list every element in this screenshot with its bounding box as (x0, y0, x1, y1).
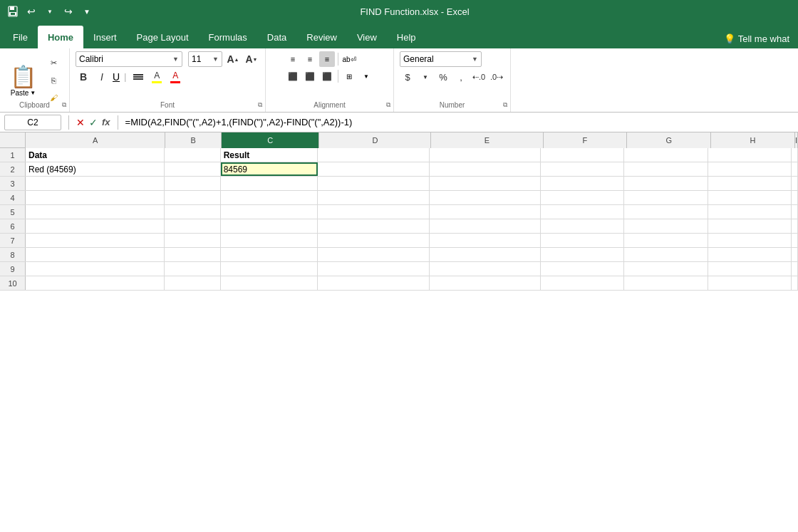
row-number[interactable]: 8 (0, 248, 26, 261)
cell[interactable] (792, 219, 798, 233)
cell[interactable] (624, 148, 708, 162)
tab-data[interactable]: Data (257, 26, 296, 48)
cell[interactable] (430, 248, 541, 261)
cell[interactable] (26, 191, 165, 204)
insert-function-icon[interactable]: fx (102, 117, 110, 127)
decrease-decimal-button[interactable]: .0⇢ (489, 69, 504, 85)
save-icon[interactable] (6, 4, 20, 19)
cell[interactable] (541, 162, 624, 176)
cell[interactable] (430, 177, 541, 190)
cell[interactable] (165, 276, 220, 290)
cell[interactable] (318, 162, 429, 176)
cell[interactable] (26, 177, 165, 190)
increase-decimal-button[interactable]: ⇠.0 (471, 69, 487, 85)
cell[interactable] (430, 219, 541, 233)
cell[interactable] (624, 234, 708, 247)
cell[interactable] (318, 205, 429, 219)
col-header-a[interactable]: A (26, 132, 165, 148)
cell[interactable] (541, 191, 624, 204)
tab-file[interactable]: File (3, 26, 38, 48)
underline-button[interactable]: U (113, 71, 120, 83)
tab-page-layout[interactable]: Page Layout (127, 26, 199, 48)
cell[interactable] (165, 248, 220, 261)
cell[interactable] (624, 162, 708, 176)
merge-center-button[interactable]: ⊞ (341, 68, 357, 84)
cell[interactable] (26, 248, 165, 261)
cell[interactable] (318, 262, 429, 276)
redo-icon[interactable]: ↪ (61, 4, 76, 19)
cell[interactable] (221, 177, 318, 190)
cell[interactable] (318, 219, 429, 233)
tab-home[interactable]: Home (38, 26, 83, 48)
cell[interactable] (165, 205, 220, 219)
align-left-button[interactable]: ⬛ (285, 68, 301, 84)
decrease-font-size-button[interactable]: A▼ (244, 51, 259, 67)
row-number[interactable]: 1 (0, 148, 26, 162)
col-header-c[interactable]: C (222, 132, 319, 148)
alignment-expand-icon[interactable]: ⧉ (386, 101, 390, 109)
cell[interactable] (165, 177, 220, 190)
cell[interactable] (165, 219, 220, 233)
cell[interactable] (541, 148, 624, 162)
cell[interactable] (792, 276, 798, 290)
cell[interactable] (165, 162, 220, 176)
tab-formulas[interactable]: Formulas (199, 26, 257, 48)
cell[interactable] (221, 276, 318, 290)
cell[interactable] (541, 276, 624, 290)
cell[interactable] (624, 276, 708, 290)
increase-font-size-button[interactable]: A▲ (225, 51, 241, 67)
cut-button[interactable]: ✂ (43, 56, 63, 71)
cell[interactable] (318, 276, 429, 290)
cell[interactable] (708, 276, 792, 290)
row-number[interactable]: 5 (0, 205, 26, 219)
col-header-h[interactable]: H (711, 132, 795, 148)
tab-insert[interactable]: Insert (83, 26, 127, 48)
tell-me-box[interactable]: 💡 Tell me what (718, 29, 795, 48)
cell[interactable] (318, 148, 429, 162)
cell[interactable] (792, 177, 798, 190)
wrap-text-button[interactable]: ab⏎ (341, 51, 357, 67)
cell[interactable] (318, 177, 429, 190)
confirm-formula-icon[interactable]: ✓ (89, 117, 98, 128)
font-expand-icon[interactable]: ⧉ (258, 101, 262, 109)
cell[interactable] (165, 191, 220, 204)
cell[interactable] (430, 276, 541, 290)
row-number[interactable]: 10 (0, 276, 26, 290)
cancel-formula-icon[interactable]: ✕ (76, 117, 85, 128)
cell[interactable] (430, 234, 541, 247)
borders-button[interactable] (130, 69, 146, 85)
cell-reference-box[interactable]: C2 (4, 115, 61, 130)
cell[interactable] (26, 276, 165, 290)
customize-icon[interactable]: ▼ (80, 4, 94, 19)
cell[interactable] (165, 262, 220, 276)
undo-icon[interactable]: ↩ (24, 4, 38, 19)
formula-input[interactable] (121, 115, 798, 129)
font-family-select[interactable]: Calibri ▼ (76, 51, 182, 67)
cell[interactable] (318, 248, 429, 261)
cell[interactable]: Data (26, 148, 165, 162)
clipboard-expand-icon[interactable]: ⧉ (62, 101, 66, 109)
row-number[interactable]: 2 (0, 162, 26, 176)
cell[interactable] (792, 162, 798, 176)
font-size-select[interactable]: 11 ▼ (188, 51, 222, 67)
cell[interactable] (708, 205, 792, 219)
cell[interactable] (541, 234, 624, 247)
cell[interactable] (708, 262, 792, 276)
row-number[interactable]: 4 (0, 191, 26, 204)
cell[interactable] (318, 191, 429, 204)
row-number[interactable]: 7 (0, 234, 26, 247)
merge-dropdown-icon[interactable]: ▼ (358, 68, 374, 84)
cell[interactable] (541, 177, 624, 190)
currency-dropdown-icon[interactable]: ▼ (418, 69, 433, 85)
cell[interactable] (165, 148, 220, 162)
cell[interactable] (221, 219, 318, 233)
tab-view[interactable]: View (347, 26, 387, 48)
cell[interactable] (318, 234, 429, 247)
currency-button[interactable]: $ (400, 69, 415, 85)
col-header-e[interactable]: E (431, 132, 543, 148)
percent-button[interactable]: % (435, 69, 451, 85)
cell[interactable] (430, 262, 541, 276)
cell[interactable] (708, 191, 792, 204)
align-right-button[interactable]: ⬛ (319, 68, 335, 84)
align-top-left-button[interactable]: ≡ (285, 51, 301, 67)
